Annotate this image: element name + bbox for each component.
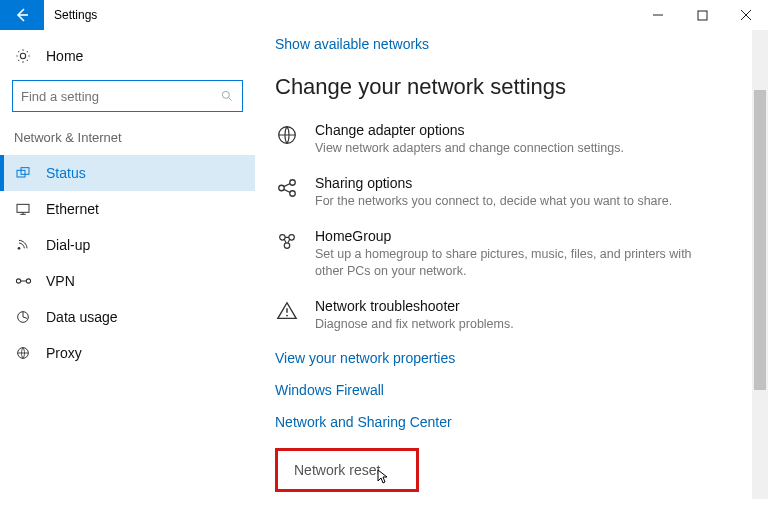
home-nav[interactable]: Home [0, 40, 255, 72]
scrollbar[interactable] [752, 30, 768, 499]
row-desc: For the networks you connect to, decide … [315, 193, 672, 210]
nav-vpn[interactable]: VPN [0, 263, 255, 299]
row-title: Sharing options [315, 175, 672, 191]
nav-label: Status [46, 165, 86, 181]
svg-rect-0 [698, 11, 707, 20]
section-header: Network & Internet [0, 130, 255, 155]
svg-point-5 [18, 247, 21, 250]
sharing-icon [275, 175, 299, 210]
warning-icon [275, 298, 299, 333]
nav-dialup[interactable]: Dial-up [0, 227, 255, 263]
search-box[interactable] [12, 80, 243, 112]
svg-point-12 [290, 180, 296, 186]
row-title: Network troubleshooter [315, 298, 514, 314]
link-firewall[interactable]: Windows Firewall [275, 382, 738, 398]
search-input[interactable] [21, 89, 220, 104]
nav-label: Proxy [46, 345, 82, 361]
maximize-icon [697, 10, 708, 21]
page-heading: Change your network settings [275, 74, 738, 100]
svg-point-11 [279, 185, 285, 191]
proxy-icon [14, 345, 32, 361]
nav-label: Ethernet [46, 201, 99, 217]
svg-point-13 [290, 191, 296, 197]
minimize-icon [652, 9, 664, 21]
svg-point-17 [286, 314, 288, 316]
homegroup-icon [275, 228, 299, 280]
svg-point-1 [222, 91, 229, 98]
home-label: Home [46, 48, 83, 64]
svg-point-7 [26, 279, 30, 283]
scroll-thumb[interactable] [754, 90, 766, 390]
sidebar: Home Network & Internet Status Ethernet [0, 30, 255, 505]
search-icon [220, 89, 234, 103]
row-title: Change adapter options [315, 122, 624, 138]
titlebar-spacer [107, 0, 636, 30]
nav-label: Data usage [46, 309, 118, 325]
svg-rect-4 [17, 204, 29, 212]
minimize-button[interactable] [636, 0, 680, 30]
nav-datausage[interactable]: Data usage [0, 299, 255, 335]
ethernet-icon [14, 201, 32, 217]
data-usage-icon [14, 309, 32, 325]
row-homegroup[interactable]: HomeGroup Set up a homegroup to share pi… [275, 228, 738, 280]
nav-status[interactable]: Status [0, 155, 255, 191]
svg-point-6 [16, 279, 20, 283]
globe-icon [275, 122, 299, 157]
close-icon [740, 9, 752, 21]
maximize-button[interactable] [680, 0, 724, 30]
window-title: Settings [44, 0, 107, 30]
row-desc: Set up a homegroup to share pictures, mu… [315, 246, 695, 280]
svg-point-16 [284, 243, 290, 249]
dialup-icon [14, 237, 32, 253]
close-button[interactable] [724, 0, 768, 30]
vpn-icon [14, 274, 32, 288]
link-properties[interactable]: View your network properties [275, 350, 738, 366]
gear-icon [14, 48, 32, 64]
nav-label: Dial-up [46, 237, 90, 253]
show-networks-link[interactable]: Show available networks [275, 36, 738, 52]
titlebar: Settings [0, 0, 768, 30]
status-icon [14, 165, 32, 181]
nav-proxy[interactable]: Proxy [0, 335, 255, 371]
link-sharing-center[interactable]: Network and Sharing Center [275, 414, 738, 430]
row-sharing[interactable]: Sharing options For the networks you con… [275, 175, 738, 210]
row-desc: View network adapters and change connect… [315, 140, 624, 157]
back-button[interactable] [0, 0, 44, 30]
row-adapter[interactable]: Change adapter options View network adap… [275, 122, 738, 157]
nav-label: VPN [46, 273, 75, 289]
row-title: HomeGroup [315, 228, 695, 244]
link-network-reset-highlight[interactable]: Network reset [275, 448, 419, 492]
row-desc: Diagnose and fix network problems. [315, 316, 514, 333]
arrow-left-icon [14, 7, 30, 23]
content-area: Show available networks Change your netw… [255, 30, 768, 505]
link-network-reset[interactable]: Network reset [294, 462, 380, 478]
nav-ethernet[interactable]: Ethernet [0, 191, 255, 227]
row-troubleshoot[interactable]: Network troubleshooter Diagnose and fix … [275, 298, 738, 333]
